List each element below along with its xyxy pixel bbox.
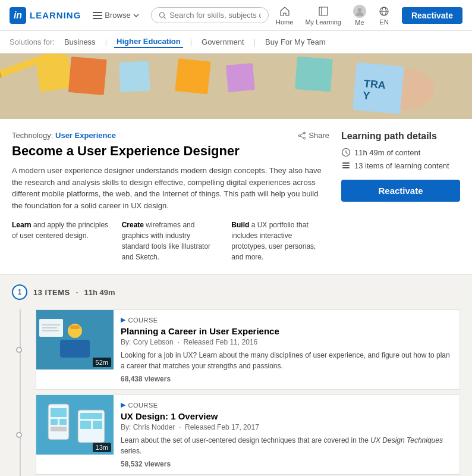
svg-rect-45 [51,408,67,417]
list-wrapper: 52m ▶ COURSE Planning a Career in User E… [12,309,460,476]
nav-my-learning[interactable]: My Learning [305,5,341,26]
linkedin-icon: in [10,7,26,24]
timeline-dot-2 [16,432,22,438]
chevron-down-icon [133,14,139,17]
solutions-buy-team[interactable]: Buy For My Team [263,36,328,48]
sidebar-items: 13 items of learning content [341,161,460,170]
solutions-government[interactable]: Government [199,36,247,48]
course-desc-1: Looking for a job in UX? Learn about the… [121,350,452,371]
svg-point-26 [298,134,300,136]
play-icon-1: ▶ [121,316,126,324]
svg-rect-51 [80,421,91,429]
course-name-1[interactable]: Planning a Career in User Experience [121,326,452,336]
course-detail-area: Technology: User Experience Share Become… [0,119,472,275]
svg-rect-33 [342,165,350,166]
svg-rect-0 [93,12,102,13]
svg-rect-15 [175,58,210,94]
nav-home[interactable]: Home [276,5,293,26]
svg-line-27 [300,133,304,135]
svg-rect-1 [93,15,102,16]
share-icon [298,131,306,140]
timeline-line [20,309,21,476]
course-type-2: ▶ COURSE [121,401,452,409]
reactivate-button[interactable]: Reactivate [402,7,462,24]
solutions-bar: Solutions for: Business | Higher Educati… [0,31,472,54]
svg-rect-5 [319,7,328,15]
items-count: 13 ITEMS [33,288,70,297]
globe-icon [378,5,390,17]
list-header: 1 13 ITEMS · 11h 49m [12,284,460,300]
content-list: 1 13 ITEMS · 11h 49m [0,275,472,476]
course-thumb-1: 52m [36,310,114,369]
course-type-1: ▶ COURSE [121,316,452,324]
svg-point-3 [159,12,164,17]
linkedin-logo: in LEARNING [10,7,81,24]
timeline-dot-1 [16,347,22,353]
menu-icon [93,12,102,19]
reactivate-big-button[interactable]: Reactivate [341,180,460,202]
course-viewers-1: 68,438 viewers [121,375,452,383]
header: in LEARNING Browse Home [0,0,472,31]
course-info-2: ▶ COURSE UX Design: 1 Overview By: Chris… [114,395,460,474]
book-icon [317,5,329,17]
course-title: Become a User Experience Designer [12,143,329,159]
svg-rect-52 [93,421,102,429]
play-icon-2: ▶ [121,401,126,409]
svg-rect-50 [80,413,102,419]
course-item-2[interactable]: 13m ▶ COURSE UX Design: 1 Overview By: C… [36,394,460,475]
browse-button[interactable]: Browse [88,8,143,22]
svg-point-7 [358,8,362,12]
svg-rect-16 [226,63,255,92]
sidebar-duration: 11h 49m of content [341,148,460,157]
course-viewers-2: 58,532 viewers [121,460,452,468]
learn-row: Learn and apply the principles of user c… [12,220,329,262]
learn-col-1: Learn and apply the principles of user c… [12,220,110,262]
solutions-higher-education[interactable]: Higher Education [114,36,183,48]
course-sidebar: Learning path details 11h 49m of content… [341,131,460,262]
svg-point-24 [304,132,306,134]
svg-rect-37 [70,325,80,329]
svg-rect-34 [342,167,350,168]
avatar [353,5,366,18]
list-icon [341,161,351,170]
learn-col-2: Create wireframes and graphics with indu… [122,220,220,262]
search-input[interactable] [169,11,261,20]
course-desc-2: Learn about the set of user-centered des… [121,435,452,456]
svg-rect-13 [68,57,107,95]
course-meta-2: By: Chris Nodder · Released Feb 17, 2017 [121,423,452,431]
svg-rect-14 [119,61,150,92]
svg-point-25 [304,137,306,139]
duration-badge-2: 13m [93,443,111,452]
search-icon [159,11,166,20]
search-bar [151,7,269,23]
svg-rect-47 [59,419,67,425]
svg-line-4 [163,17,165,18]
hero-image: TRA Y [0,54,472,119]
nav-language[interactable]: EN [378,5,390,26]
course-name-2[interactable]: UX Design: 1 Overview [121,411,452,421]
duration-badge-1: 52m [93,358,111,367]
course-info-1: ▶ COURSE Planning a Career in User Exper… [114,310,460,389]
sidebar-title: Learning path details [341,131,460,142]
solutions-label: Solutions for: [10,37,55,46]
course-item-1[interactable]: 52m ▶ COURSE Planning a Career in User E… [36,309,460,390]
hero-svg: TRA Y [0,54,472,119]
share-button[interactable]: Share [298,131,329,140]
learn-col-3: Build a UX portfolio that includes inter… [231,220,329,262]
course-meta-1: By: Cory Lebson · Released Feb 11, 2016 [121,338,452,346]
learning-label: LEARNING [30,10,81,20]
clock-icon [341,148,351,157]
svg-rect-48 [51,427,67,431]
list-duration: 11h 49m [84,288,115,297]
nav-me[interactable]: Me [353,5,366,26]
svg-rect-38 [60,340,90,358]
svg-line-31 [346,153,348,154]
breadcrumb: Technology: User Experience [12,131,116,140]
home-icon [279,5,291,17]
svg-rect-46 [51,419,58,425]
svg-line-28 [300,136,304,137]
course-main: Technology: User Experience Share Become… [12,131,329,262]
svg-rect-32 [342,162,350,164]
solutions-business[interactable]: Business [62,36,98,48]
svg-rect-17 [295,57,333,92]
